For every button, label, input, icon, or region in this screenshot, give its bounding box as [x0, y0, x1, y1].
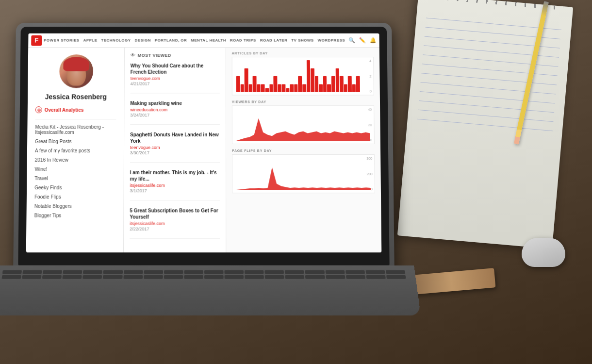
- page-flips-y-mid: 200: [367, 172, 373, 176]
- bar: [323, 76, 327, 92]
- article-item-5[interactable]: 5 Great Subscription Boxes to Get For Yo…: [130, 207, 220, 239]
- bar: [348, 76, 352, 92]
- bar: [302, 84, 306, 92]
- notification-icon[interactable]: 🔔: [370, 37, 377, 44]
- bar: [273, 76, 277, 92]
- sidebar-item-fav-posts[interactable]: A few of my favorite posts: [35, 146, 116, 155]
- bar: [331, 76, 335, 92]
- article-title-1: Why You Should Care about the French Ele…: [131, 63, 220, 75]
- analytics-icon: ◎: [35, 106, 42, 113]
- article-source-4: itsjessicaslife.com: [130, 183, 220, 188]
- page-flips-y-max: 300: [366, 157, 372, 160]
- notebook-decoration: [397, 0, 573, 249]
- articles-by-day-label: Articles By Day: [232, 51, 374, 55]
- notebook-lines: [397, 8, 572, 249]
- bar: [236, 76, 240, 92]
- bar: [319, 84, 323, 92]
- nav-item-road-later[interactable]: Road Later: [260, 38, 288, 43]
- laptop-keyboard: [0, 265, 421, 315]
- article-item-1[interactable]: Why You Should Care about the French Ele…: [130, 63, 219, 93]
- svg-marker-0: [236, 118, 370, 141]
- viewers-by-day-chart: 40 20 0: [232, 105, 375, 144]
- sidebar-item-travel[interactable]: Travel: [34, 174, 115, 183]
- svg-marker-1: [236, 167, 371, 190]
- eye-icon: 👁: [131, 52, 135, 58]
- page-flips-chart: 300 200 0: [232, 154, 375, 193]
- sidebar-item-geeky[interactable]: Geeky Finds: [34, 183, 116, 192]
- sidebar-item-great-blog[interactable]: Great Blog Posts: [35, 137, 116, 146]
- page-flips-label: Page Flips By Day: [232, 149, 375, 152]
- nav-item-road-trips[interactable]: Road Trips: [230, 38, 256, 43]
- bar: [269, 84, 273, 92]
- screen-bezel: F Power Stories Apple Technology Design …: [18, 27, 389, 265]
- articles-by-day-section: Articles By Day 4 2 0: [232, 51, 374, 95]
- sidebar-item-blogger-tips[interactable]: Blogger Tips: [34, 211, 115, 220]
- avatar-container: [35, 54, 116, 88]
- most-viewed-header: 👁 Most Viewed: [131, 52, 220, 58]
- bar: [261, 84, 265, 92]
- bar: [315, 76, 319, 92]
- bar: [298, 76, 302, 92]
- bar: [253, 76, 257, 92]
- bar: [248, 84, 252, 92]
- page-flips-area-chart: [236, 158, 371, 190]
- viewers-area-chart: [236, 109, 370, 141]
- analytics-link[interactable]: ◎ Overall Analytics: [35, 106, 116, 113]
- bar: [327, 84, 331, 92]
- most-viewed-title: Most Viewed: [138, 53, 171, 58]
- page-flips-section: Page Flips By Day 300 200 0: [232, 149, 375, 193]
- article-date-3: 3/30/2017: [130, 150, 220, 155]
- page-flips-y-axis: 300 200 0: [366, 157, 372, 191]
- avatar-hair: [63, 57, 89, 71]
- nav-item-design[interactable]: Design: [134, 38, 150, 43]
- nav-item-portland[interactable]: Portland, OR: [155, 38, 187, 43]
- bar: [344, 84, 348, 92]
- search-icon[interactable]: 🔍: [348, 37, 355, 44]
- nav-item-mental-health[interactable]: Mental Health: [191, 38, 226, 43]
- article-item-2[interactable]: Making sparkling wine wineeducation.com …: [130, 100, 220, 125]
- analytics-label: Overall Analytics: [45, 107, 84, 113]
- nav-item-apple[interactable]: Apple: [83, 38, 98, 43]
- nav-item-technology[interactable]: Technology: [101, 38, 131, 43]
- article-title-4: I am their mother. This is my job. - It'…: [130, 169, 220, 182]
- top-nav: F Power Stories Apple Technology Design …: [28, 33, 379, 48]
- article-date-1: 4/21/2017: [131, 82, 220, 86]
- article-source-5: itsjessicaslife.com: [130, 221, 220, 226]
- nav-item-wordpress[interactable]: WordPress: [318, 38, 345, 43]
- bar: [282, 84, 286, 92]
- bar: [340, 76, 344, 92]
- bar: [335, 68, 339, 92]
- sidebar-item-media-kit[interactable]: Media Kit - Jessica Rosenberg - Itsjessi…: [35, 122, 116, 137]
- flipboard-app: F Power Stories Apple Technology Design …: [26, 33, 382, 252]
- article-item-3[interactable]: Spaghetti Donuts Have Landed in New York…: [130, 132, 220, 163]
- articles-by-day-chart: 4 2 0: [232, 57, 374, 95]
- page-flips-y-min: 0: [371, 187, 373, 191]
- article-source-3: teenvogue.com: [130, 145, 220, 150]
- bar: [245, 68, 248, 92]
- sidebar-divider-top: [35, 119, 116, 119]
- laptop-screen: F Power Stories Apple Technology Design …: [26, 33, 382, 252]
- y-label-min: 0: [370, 89, 372, 93]
- sidebar-item-2016[interactable]: 2016 In Review: [35, 155, 116, 165]
- article-item-4[interactable]: I am their mother. This is my job. - It'…: [130, 169, 220, 200]
- viewers-y-max: 40: [368, 108, 372, 111]
- nav-item-power-stories[interactable]: Power Stories: [44, 38, 80, 43]
- avatar: [59, 54, 93, 88]
- sidebar-item-wine[interactable]: Wine!: [34, 165, 115, 174]
- bar: [356, 76, 360, 92]
- bar: [290, 84, 294, 92]
- article-date-2: 3/24/2017: [130, 113, 220, 117]
- sidebar-item-foodie[interactable]: Foodie Flips: [34, 192, 116, 201]
- most-viewed-panel: 👁 Most Viewed Why You Should Care about …: [124, 48, 226, 252]
- edit-icon[interactable]: ✏️: [359, 37, 366, 44]
- bar: [265, 88, 269, 92]
- viewers-by-day-label: Viewers By Day: [232, 100, 374, 103]
- y-label-max: 4: [369, 59, 371, 63]
- sidebar-item-notable[interactable]: Notable Bloggers: [34, 201, 116, 211]
- articles-bars: [236, 60, 370, 92]
- bar: [311, 68, 314, 92]
- viewers-y-axis: 40 20 0: [368, 108, 372, 142]
- keyboard-keys: [0, 265, 416, 283]
- article-date-4: 3/1/2017: [130, 188, 220, 193]
- nav-item-tv-shows[interactable]: TV Shows: [291, 38, 313, 43]
